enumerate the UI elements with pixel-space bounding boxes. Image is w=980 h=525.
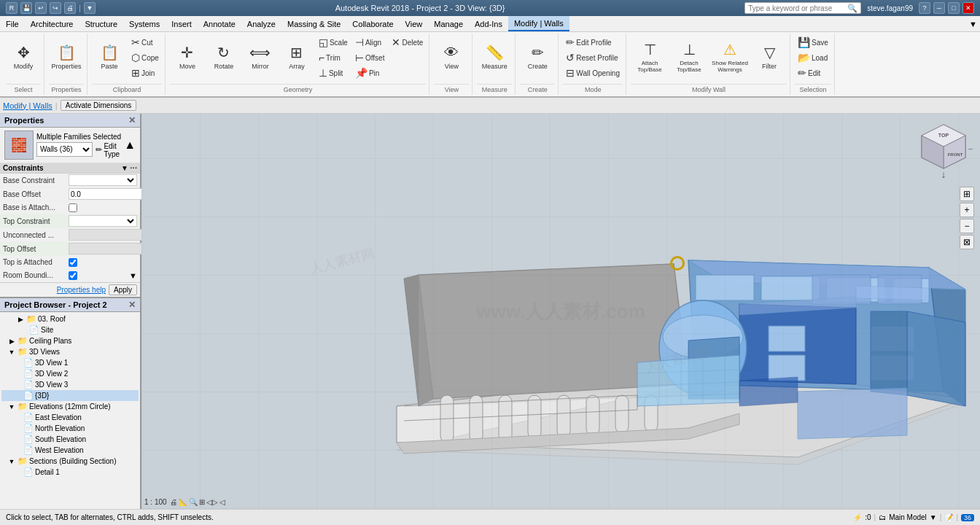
- app-icon[interactable]: R: [6, 2, 18, 14]
- tree-toggle-sections[interactable]: ▼: [7, 457, 16, 466]
- zoom-in-btn[interactable]: +: [960, 203, 974, 217]
- tree-item-west[interactable]: 📄 West Elevation: [1, 445, 139, 456]
- tree-item-south[interactable]: 📄 South Elevation: [1, 434, 139, 445]
- zoom-out-btn[interactable]: −: [960, 219, 974, 233]
- scale-icon-4[interactable]: ⊞: [199, 498, 205, 506]
- attach-top-base-btn[interactable]: ⊤ Attach Top/Base: [631, 35, 669, 79]
- tree-toggle-03roof[interactable]: ▶: [16, 315, 25, 324]
- scale-icon-2[interactable]: 📐: [179, 498, 187, 506]
- join-btn[interactable]: ⊞ Join: [128, 66, 162, 80]
- tree-item-detail1[interactable]: 📄 Detail 1: [1, 467, 139, 478]
- menu-insert[interactable]: Insert: [166, 16, 198, 31]
- trim-btn[interactable]: ⌐ Trim: [316, 50, 351, 65]
- ribbon-toggle[interactable]: ▼: [966, 20, 980, 28]
- pin-btn[interactable]: 📌 Pin: [352, 66, 388, 80]
- titlebar-right-icons[interactable]: 🔍 steve.fagan99 ? ─ □ ✕: [744, 2, 974, 14]
- workset-dropdown[interactable]: ▼: [930, 513, 937, 521]
- search-box[interactable]: 🔍: [744, 2, 861, 14]
- navigation-cube[interactable]: TOP FRONT ↓ →: [914, 121, 973, 179]
- close-btn[interactable]: ✕: [962, 2, 974, 14]
- top-constraint-value[interactable]: [69, 215, 137, 227]
- menu-view[interactable]: View: [400, 16, 429, 31]
- menu-manage[interactable]: Manage: [428, 16, 469, 31]
- top-attached-checkbox[interactable]: [69, 258, 77, 267]
- tree-item-3d-current[interactable]: 📄 {3D}: [1, 390, 139, 401]
- viewport[interactable]: www.人人素材.com 人人素材网 人人素材网 TOP FRONT ↓: [141, 114, 980, 509]
- save-sel-btn[interactable]: 💾 Save: [795, 35, 831, 50]
- view-cube-btn[interactable]: ⊞: [960, 187, 974, 201]
- mirror-btn[interactable]: ⟺ Mirror: [243, 35, 278, 79]
- filter-btn[interactable]: ▽ Filter: [752, 35, 787, 79]
- base-attach-checkbox[interactable]: [69, 203, 77, 212]
- scale-icon-5[interactable]: ◁▷: [206, 498, 218, 506]
- tree-item-site[interactable]: 📄 Site: [1, 324, 139, 335]
- align-btn[interactable]: ⊣ Align: [352, 35, 388, 50]
- cut-btn[interactable]: ✂ Cut: [128, 35, 162, 50]
- rotate-btn[interactable]: ↻ Rotate: [206, 35, 241, 79]
- constraints-collapse[interactable]: ▼: [121, 164, 128, 172]
- scale-btn[interactable]: ◱ Scale: [316, 35, 351, 50]
- help-btn[interactable]: ?: [919, 2, 930, 14]
- create-btn[interactable]: ✏ Create: [520, 35, 555, 79]
- base-constraint-value[interactable]: [69, 174, 137, 186]
- view-ribbon-btn[interactable]: 👁 View: [434, 35, 469, 79]
- tree-item-3dview3[interactable]: 📄 3D View 3: [1, 379, 139, 390]
- scroll-arrow-prop[interactable]: ▲: [124, 139, 136, 152]
- scale-icon-3[interactable]: 🔍: [189, 498, 198, 506]
- menu-structure[interactable]: Structure: [79, 16, 123, 31]
- status-mode-indicator[interactable]: :0: [865, 513, 871, 521]
- properties-help-link[interactable]: Properties help: [57, 286, 106, 294]
- show-related-warnings-btn[interactable]: ⚠ Show Related Warnings: [709, 35, 750, 79]
- menu-analyze[interactable]: Analyze: [241, 16, 281, 31]
- split-btn[interactable]: ⊥ Split: [316, 66, 351, 80]
- wall-opening-btn[interactable]: ⊟ Wall Opening: [563, 66, 623, 80]
- menu-modify-walls[interactable]: Modify | Walls: [508, 16, 569, 31]
- room-boundary-checkbox[interactable]: [69, 271, 77, 280]
- search-input[interactable]: [748, 4, 847, 12]
- quick-access-undo[interactable]: ↩: [35, 2, 47, 14]
- modify-btn[interactable]: ✥ Modify: [6, 35, 41, 79]
- edit-requests[interactable]: 📝: [944, 513, 953, 521]
- quick-access-save[interactable]: 💾: [20, 2, 32, 14]
- scale-icon-arrow[interactable]: ◁: [219, 498, 225, 506]
- paste-btn[interactable]: 📋 Paste: [92, 35, 127, 79]
- tree-item-east[interactable]: 📄 East Elevation: [1, 412, 139, 423]
- tree-item-03roof[interactable]: ▶ 📁 03. Roof: [1, 314, 139, 324]
- edit-profile-btn[interactable]: ✏ Edit Profile: [563, 35, 623, 50]
- edit-type-area[interactable]: ✏ Edit Type: [96, 142, 121, 158]
- tree-item-north[interactable]: 📄 North Elevation: [1, 423, 139, 434]
- tree-item-3dview1[interactable]: 📄 3D View 1: [1, 357, 139, 368]
- tree-item-sections[interactable]: ▼ 📁 Sections (Building Section): [1, 456, 139, 467]
- tree-item-3dview2[interactable]: 📄 3D View 2: [1, 368, 139, 379]
- array-btn[interactable]: ⊞ Array: [279, 35, 314, 79]
- edit-sel-btn[interactable]: ✏ Edit: [795, 66, 831, 80]
- detach-top-base-btn[interactable]: ⊥ Detach Top/Base: [670, 35, 708, 79]
- prop-scroll[interactable]: ▼: [129, 271, 137, 280]
- activate-dimensions-btn[interactable]: Activate Dimensions: [61, 100, 137, 111]
- properties-close-btn[interactable]: ✕: [128, 115, 136, 125]
- constraints-more[interactable]: ⋯: [130, 164, 137, 172]
- fit-view-btn[interactable]: ⊠: [960, 235, 974, 249]
- project-browser-close-btn[interactable]: ✕: [128, 300, 136, 310]
- apply-btn[interactable]: Apply: [109, 284, 137, 295]
- titlebar-left-icons[interactable]: R 💾 ↩ ↪ 🖨 | ▼: [6, 2, 96, 14]
- type-dropdown[interactable]: Walls (36): [36, 142, 93, 157]
- menu-architecture[interactable]: Architecture: [25, 16, 79, 31]
- quick-access-redo[interactable]: ↪: [50, 2, 61, 14]
- tree-toggle-elev[interactable]: ▼: [7, 402, 16, 411]
- quick-access-print[interactable]: 🖨: [64, 2, 76, 14]
- menu-massing[interactable]: Massing & Site: [281, 16, 346, 31]
- measure-btn[interactable]: 📏 Measure: [477, 35, 512, 79]
- minimize-btn[interactable]: ─: [933, 2, 945, 14]
- quick-access-more[interactable]: ▼: [84, 2, 96, 14]
- delete-btn[interactable]: ✕ Delete: [389, 35, 426, 50]
- offset-btn[interactable]: ⊢ Offset: [352, 50, 388, 65]
- cope-btn[interactable]: ⬡ Cope: [128, 50, 162, 65]
- move-btn[interactable]: ✛ Move: [170, 35, 205, 79]
- menu-addins[interactable]: Add-Ins: [469, 16, 508, 31]
- tree-item-3d-views[interactable]: ▼ 📁 3D Views: [1, 346, 139, 357]
- menu-collaborate[interactable]: Collaborate: [346, 16, 399, 31]
- menu-annotate[interactable]: Annotate: [198, 16, 241, 31]
- menu-file[interactable]: File: [0, 16, 25, 31]
- tree-toggle-ceiling[interactable]: ▶: [7, 337, 16, 346]
